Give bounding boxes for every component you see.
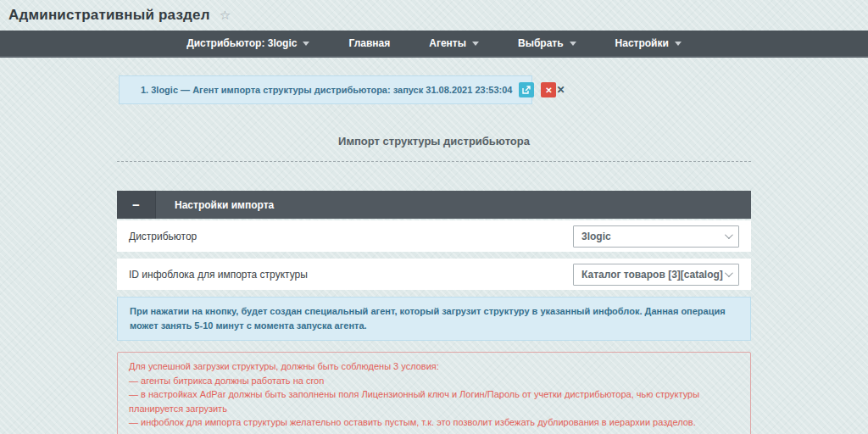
collapse-panel-button[interactable]: − [117, 191, 156, 219]
nav-item-home[interactable]: Главная [348, 37, 390, 49]
notification-message: 1. 3logic — Агент импорта структуры дист… [141, 85, 512, 95]
warning-line: — в настройках AdPar должны быть заполне… [129, 387, 739, 415]
field-label: ID инфоблока для импорта структуры [129, 269, 308, 281]
import-settings-panel: − Настройки импорта Дистрибьютор 3logic … [117, 191, 751, 434]
chevron-down-icon [303, 42, 309, 46]
section-heading: Импорт структуры дистрибьютора [117, 135, 751, 147]
infoblock-select[interactable]: Каталог товаров [3][catalog] [573, 264, 739, 286]
warning-line: Для успешной загрузки структуры, должны … [129, 359, 739, 374]
info-message-box: При нажатии на кнопку, будет создан спец… [117, 297, 751, 341]
select-value: Каталог товаров [3][catalog] [581, 269, 723, 281]
nav-item-label: Агенты [429, 37, 466, 49]
delete-agent-button[interactable]: ✕ [541, 82, 556, 97]
nav-item-agents[interactable]: Агенты [429, 37, 479, 49]
page-title: Административный раздел [8, 7, 210, 24]
nav-item-distributor[interactable]: Дистрибьютор: 3logic [186, 37, 309, 49]
minus-icon: − [132, 198, 140, 212]
warning-line: — агенты битрикса должны работать на cro… [129, 374, 739, 388]
chevron-down-icon [570, 42, 576, 46]
nav-item-label: Дистрибьютор: 3logic [186, 37, 297, 49]
delete-x-icon: ✕ [545, 86, 552, 95]
panel-title: Настройки импорта [156, 191, 274, 219]
panel-header: − Настройки импорта [117, 191, 751, 219]
nav-item-label: Главная [348, 37, 390, 49]
nav-item-label: Выбрать [518, 37, 564, 49]
form-row-infoblock: ID инфоблока для импорта структуры Катал… [117, 259, 751, 290]
chevron-down-icon [675, 42, 682, 46]
chevron-down-icon [472, 42, 479, 46]
field-label: Дистрибьютор [129, 231, 197, 242]
agent-notification: 1. 3logic — Агент импорта структуры дист… [119, 75, 532, 104]
open-agent-button[interactable] [519, 82, 534, 97]
main-content: 1. 3logic — Агент импорта структуры дист… [117, 75, 751, 434]
select-value: 3logic [581, 231, 611, 242]
warning-message-box: Для успешной загрузки структуры, должны … [117, 352, 751, 434]
page-header: Административный раздел ☆ [0, 0, 868, 31]
open-in-window-icon [522, 86, 531, 94]
main-navbar: Дистрибьютор: 3logic Главная Агенты Выбр… [0, 31, 868, 58]
chevron-down-icon [725, 269, 733, 277]
nav-item-label: Настройки [615, 37, 669, 49]
nav-item-settings[interactable]: Настройки [615, 37, 682, 49]
nav-item-select[interactable]: Выбрать [518, 37, 576, 49]
form-row-distributor: Дистрибьютор 3logic [117, 220, 751, 252]
close-notification-icon[interactable]: ✕ [556, 84, 565, 96]
chevron-down-icon [725, 231, 733, 239]
favorite-star-icon[interactable]: ☆ [220, 8, 231, 23]
dashed-divider [117, 161, 751, 162]
warning-line: — инфоблок для импорта структуры желател… [129, 415, 739, 430]
distributor-select[interactable]: 3logic [573, 225, 739, 248]
